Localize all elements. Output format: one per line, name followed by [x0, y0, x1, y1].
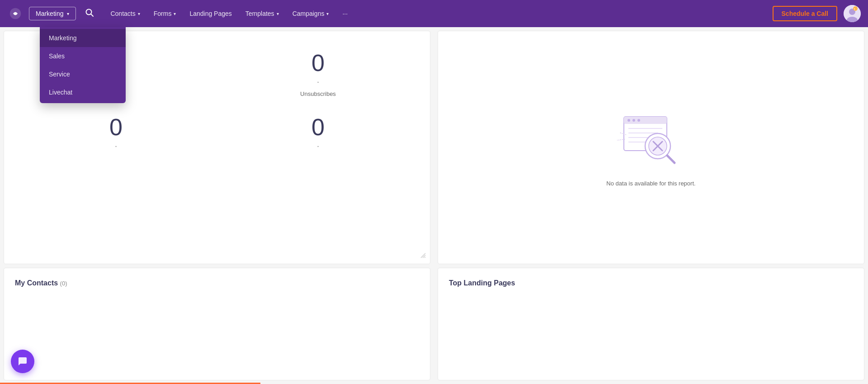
user-avatar[interactable]: ! [844, 5, 861, 22]
dropdown-sales[interactable]: Sales [40, 47, 126, 65]
svg-line-25 [667, 156, 675, 163]
nav-campaigns[interactable]: Campaigns ▾ [287, 7, 335, 20]
search-icon[interactable] [85, 8, 94, 19]
stat-unsubscribes-value: 0 [222, 51, 415, 75]
app-selector-label: Marketing [36, 10, 63, 17]
top-landing-pages-card: Top Landing Pages [438, 268, 864, 381]
my-contacts-card: My Contacts (0) [4, 268, 430, 381]
resize-handle[interactable] [420, 252, 426, 260]
topnav: Marketing ▾ Contacts ▾ Forms ▾ Landing P… [0, 0, 868, 27]
svg-point-14 [627, 119, 630, 122]
svg-line-3 [91, 14, 93, 16]
my-contacts-title: My Contacts (0) [15, 279, 419, 287]
svg-rect-13 [624, 117, 667, 124]
nav-landing-pages[interactable]: Landing Pages [184, 7, 237, 20]
stat-4: 0 · [217, 106, 419, 162]
dropdown-service[interactable]: Service [40, 65, 126, 83]
no-data-illustration [615, 108, 687, 171]
stat-3: 0 · [15, 106, 217, 162]
stat-4-value: 0 [222, 115, 415, 139]
dropdown-livechat[interactable]: Livechat [40, 83, 126, 101]
my-contacts-count: (0) [60, 280, 67, 287]
schedule-call-button[interactable]: Schedule a Call [773, 6, 837, 21]
main-content: 0 · Spam 0 · Unsubscribes 0 · 0 · [0, 27, 868, 384]
topnav-right: Schedule a Call ! [773, 5, 861, 22]
svg-point-1 [14, 12, 16, 14]
app-selector-chevron: ▾ [67, 11, 69, 16]
nav-more[interactable]: ··· [337, 7, 353, 20]
stat-unsubscribes-label: Unsubscribes [222, 90, 415, 97]
app-dropdown-menu: Marketing Sales Service Livechat [40, 27, 126, 103]
nav-forms[interactable]: Forms ▾ [148, 7, 182, 20]
svg-point-16 [637, 119, 640, 122]
stat-unsubscribes: 0 · Unsubscribes [217, 42, 419, 106]
svg-text:!: ! [854, 8, 855, 11]
no-data-message: No data is available for this report. [606, 180, 695, 187]
stat-3-value: 0 [19, 115, 212, 139]
dropdown-marketing[interactable]: Marketing [40, 29, 126, 47]
chat-bubble[interactable] [11, 350, 34, 373]
app-selector[interactable]: Marketing ▾ [29, 7, 76, 20]
logo[interactable] [7, 5, 24, 22]
svg-line-11 [425, 257, 425, 258]
nav-contacts[interactable]: Contacts ▾ [105, 7, 145, 20]
topnav-nav: Contacts ▾ Forms ▾ Landing Pages Templat… [105, 7, 772, 20]
nav-templates[interactable]: Templates ▾ [240, 7, 284, 20]
svg-point-15 [632, 119, 635, 122]
no-data-card: No data is available for this report. [438, 31, 864, 264]
top-landing-pages-title: Top Landing Pages [449, 279, 853, 287]
